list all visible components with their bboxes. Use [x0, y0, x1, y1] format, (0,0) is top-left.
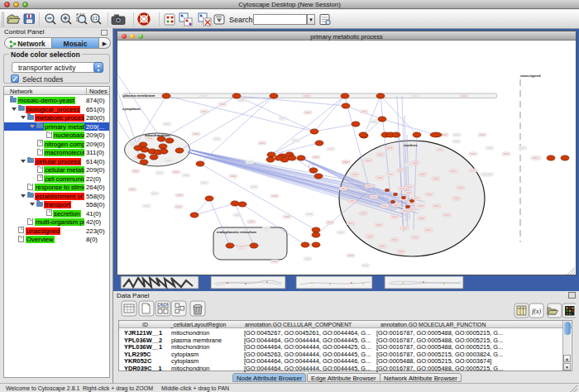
svg-text:cytoplasm: cytoplasm	[122, 107, 141, 111]
svg-text:endoplasmic reticulum: endoplasmic reticulum	[217, 230, 256, 234]
svg-text:unassigned: unassigned	[520, 74, 541, 78]
svg-text:f(x): f(x)	[532, 308, 541, 315]
svg-text:plasma membrane: plasma membrane	[123, 93, 156, 98]
svg-text:nucleus: nucleus	[404, 143, 418, 147]
svg-text:mitochondrion: mitochondrion	[145, 133, 170, 137]
svg-text:1:1: 1:1	[93, 17, 98, 21]
